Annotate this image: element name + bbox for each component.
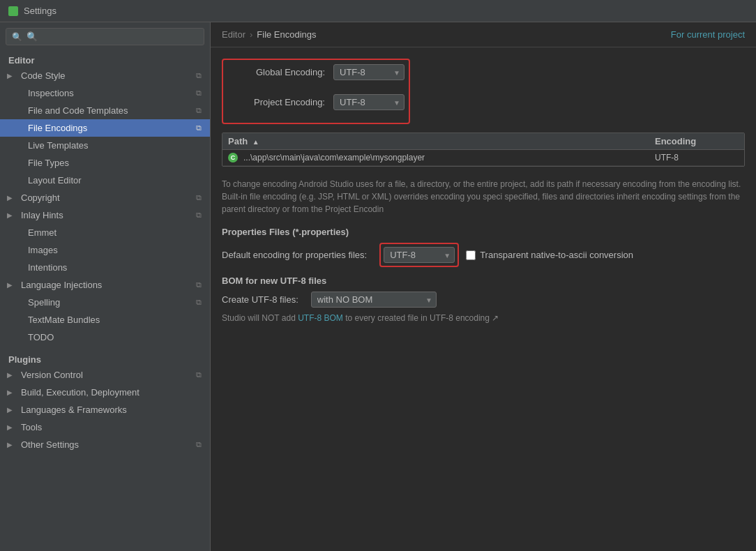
- bom-select[interactable]: with NO BOM with BOM with BOM (always): [311, 292, 437, 308]
- project-encoding-row: Project Encoding: UTF-8 UTF-16 ISO-8859-…: [227, 94, 405, 110]
- sidebar-item-label: Live Templates: [28, 140, 88, 151]
- sidebar-item-label: Intentions: [28, 262, 67, 273]
- global-encoding-row: Global Encoding: UTF-8 UTF-16 ISO-8859-1…: [227, 64, 405, 80]
- bom-title: BOM for new UTF-8 files: [222, 276, 745, 286]
- arrow-icon: [7, 441, 15, 448]
- copy-icon: ⧉: [196, 123, 202, 133]
- sidebar-item-inlay-hints[interactable]: Inlay Hints ⧉: [0, 206, 210, 224]
- sidebar-item-label: Version Control: [21, 370, 83, 380]
- table-header: Path ▲ Encoding: [222, 133, 744, 150]
- sidebar-item-label: Layout Editor: [28, 175, 82, 186]
- arrow-icon: [7, 281, 15, 289]
- sidebar-item-label: Languages & Frameworks: [21, 405, 127, 415]
- properties-encoding-wrapper: UTF-8 UTF-16 ISO-8859-1 ▼: [384, 247, 455, 263]
- breadcrumb-link[interactable]: For current project: [671, 29, 745, 40]
- sidebar-item-layout-editor[interactable]: Layout Editor: [0, 172, 210, 189]
- sidebar-item-label: Build, Execution, Deployment: [21, 387, 139, 398]
- main-content: Editor › File Encodings For current proj…: [211, 22, 756, 551]
- copy-icon: ⧉: [196, 193, 202, 202]
- bom-section: BOM for new UTF-8 files Create UTF-8 fil…: [222, 276, 745, 323]
- copy-icon: ⧉: [196, 280, 202, 289]
- copy-icon: ⧉: [196, 106, 202, 115]
- title-bar: Settings: [0, 0, 756, 22]
- file-path: ...\app\src\main\java\com\example\mysong…: [243, 153, 652, 163]
- sidebar-item-file-encodings[interactable]: File Encodings ⧉: [0, 119, 210, 137]
- sidebar-item-label: Inlay Hints: [21, 210, 63, 220]
- sidebar-item-language-injections[interactable]: Language Injections ⧉: [0, 276, 210, 294]
- sidebar-item-label: File and Code Templates: [28, 105, 128, 116]
- properties-encoding-row: Default encoding for properties files: U…: [222, 243, 745, 267]
- properties-encoding-select[interactable]: UTF-8 UTF-16 ISO-8859-1: [384, 247, 455, 263]
- bom-row: Create UTF-8 files: with NO BOM with BOM…: [222, 292, 745, 308]
- arrow-icon: [7, 423, 15, 431]
- sidebar-item-inspections[interactable]: Inspections ⧉: [0, 84, 210, 102]
- encoding-settings-box: Global Encoding: UTF-8 UTF-16 ISO-8859-1…: [222, 59, 410, 124]
- sidebar-item-label: Inspections: [28, 88, 74, 98]
- encoding-header: Encoding: [655, 136, 739, 146]
- breadcrumb: Editor › File Encodings For current proj…: [211, 22, 756, 47]
- transparent-label: Transparent native-to-ascii conversion: [480, 250, 633, 260]
- properties-section-title: Properties Files (*.properties): [222, 227, 745, 237]
- create-utf8-label: Create UTF-8 files:: [222, 294, 298, 305]
- file-icon: C: [228, 153, 238, 163]
- copy-icon: ⧉: [196, 71, 202, 80]
- sidebar-item-label: Images: [28, 245, 58, 255]
- breadcrumb-parent: Editor: [222, 29, 245, 40]
- sidebar-item-label: Spelling: [28, 297, 60, 308]
- copy-icon: ⧉: [196, 89, 202, 98]
- sidebar-item-other-settings[interactable]: Other Settings ⧉: [0, 436, 210, 453]
- file-encodings-table: Path ▲ Encoding C ...\app\src\main\java\…: [222, 133, 745, 167]
- sidebar-item-file-code-templates[interactable]: File and Code Templates ⧉: [0, 102, 210, 119]
- sidebar-item-label: TextMate Bundles: [28, 315, 100, 325]
- sidebar-item-copyright[interactable]: Copyright ⧉: [0, 189, 210, 206]
- copy-icon: ⧉: [196, 440, 202, 449]
- sidebar-item-label: Copyright: [21, 193, 60, 203]
- sidebar-item-label: File Types: [28, 158, 69, 168]
- copy-icon: ⧉: [196, 298, 202, 307]
- file-encoding: UTF-8: [655, 153, 739, 163]
- transparent-checkbox[interactable]: [466, 250, 476, 260]
- editor-section-header: Editor: [0, 51, 210, 67]
- sidebar-content: Editor Code Style ⧉ Inspections ⧉ File a…: [0, 51, 210, 551]
- sidebar-item-spelling[interactable]: Spelling ⧉: [0, 294, 210, 311]
- info-text: Studio will NOT add UTF-8 BOM to every c…: [222, 313, 745, 323]
- sidebar-item-build-execution[interactable]: Build, Execution, Deployment: [0, 384, 210, 401]
- sidebar-item-images[interactable]: Images: [0, 241, 210, 259]
- sidebar-item-todo[interactable]: TODO: [0, 329, 210, 346]
- arrow-icon: [7, 194, 15, 202]
- transparent-checkbox-wrapper: Transparent native-to-ascii conversion: [466, 250, 633, 260]
- search-input[interactable]: [27, 31, 198, 42]
- sidebar-item-textmate-bundles[interactable]: TextMate Bundles: [0, 311, 210, 329]
- sidebar-item-label: Other Settings: [21, 439, 79, 450]
- arrow-icon: [7, 72, 15, 80]
- sidebar: 🔍 Editor Code Style ⧉ Inspections ⧉ File…: [0, 22, 211, 551]
- sidebar-item-label: Tools: [21, 422, 42, 432]
- sidebar-item-code-style[interactable]: Code Style ⧉: [0, 67, 210, 84]
- sidebar-item-version-control[interactable]: Version Control ⧉: [0, 366, 210, 384]
- svg-point-0: [10, 8, 17, 15]
- project-encoding-label: Project Encoding:: [227, 97, 325, 107]
- arrow-icon: [7, 388, 15, 396]
- sidebar-item-languages-frameworks[interactable]: Languages & Frameworks: [0, 401, 210, 418]
- table-row: C ...\app\src\main\java\com\example\myso…: [222, 150, 744, 166]
- breadcrumb-current: File Encodings: [257, 29, 316, 40]
- sidebar-item-label: Code Style: [21, 70, 66, 81]
- path-header: Path ▲: [228, 136, 652, 146]
- project-encoding-wrapper: UTF-8 UTF-16 ISO-8859-1 ▼: [333, 94, 405, 110]
- sidebar-item-live-templates[interactable]: Live Templates: [0, 137, 210, 154]
- project-encoding-select[interactable]: UTF-8 UTF-16 ISO-8859-1: [333, 94, 405, 110]
- global-encoding-label: Global Encoding:: [227, 67, 325, 77]
- breadcrumb-separator: ›: [250, 29, 252, 40]
- bom-select-wrapper: with NO BOM with BOM with BOM (always) ▼: [311, 292, 437, 308]
- global-encoding-select[interactable]: UTF-8 UTF-16 ISO-8859-1: [333, 64, 405, 80]
- sidebar-item-intentions[interactable]: Intentions: [0, 259, 210, 276]
- search-box[interactable]: 🔍: [6, 28, 204, 45]
- sidebar-item-emmet[interactable]: Emmet: [0, 224, 210, 241]
- sidebar-item-tools[interactable]: Tools: [0, 418, 210, 436]
- sidebar-item-file-types[interactable]: File Types: [0, 154, 210, 172]
- search-icon: 🔍: [12, 32, 22, 42]
- copy-icon: ⧉: [196, 370, 202, 379]
- utf8-bom-link[interactable]: UTF-8 BOM: [298, 313, 343, 323]
- sidebar-item-label: TODO: [28, 332, 54, 342]
- sidebar-item-label: Language Injections: [21, 280, 102, 290]
